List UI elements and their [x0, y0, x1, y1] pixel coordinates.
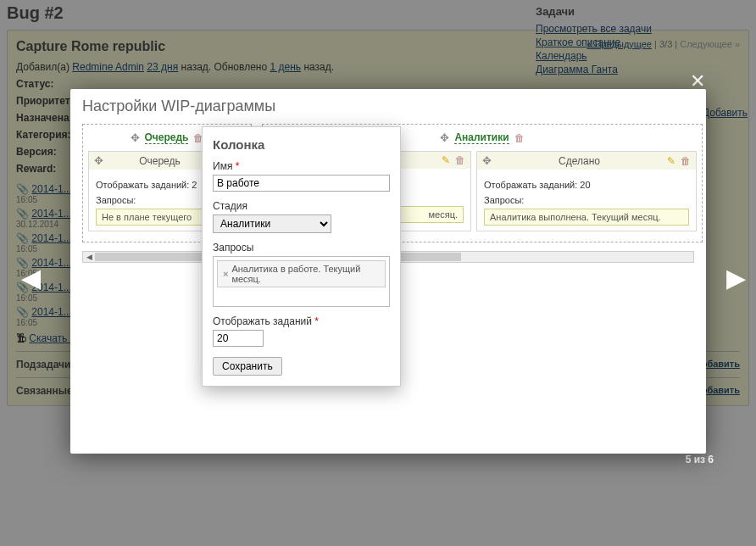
- popover-title: Колонка: [213, 137, 390, 152]
- display-count-label: Отображать заданий: 20: [484, 180, 689, 190]
- name-label: Имя *: [213, 160, 390, 172]
- trash-icon[interactable]: 🗑: [455, 154, 465, 166]
- query-chip[interactable]: Аналитика выполнена. Текущий месяц.: [484, 209, 689, 226]
- display-count-label: Отображать заданий *: [213, 315, 390, 327]
- wip-settings-dialog: Настройки WIP-диаграммы ✥ Очередь 🗑 ✥ Оч…: [70, 89, 706, 454]
- query-chip[interactable]: × Аналитика в работе. Текущий месяц.: [217, 260, 386, 287]
- stage-label: Стадия: [213, 200, 390, 212]
- name-input[interactable]: [213, 175, 390, 192]
- pencil-icon[interactable]: ✎: [442, 154, 450, 166]
- scroll-left-icon[interactable]: ◀: [83, 252, 95, 262]
- move-icon[interactable]: ✥: [131, 131, 140, 144]
- queries-label: Запросы:: [484, 195, 689, 205]
- move-icon[interactable]: ✥: [94, 154, 103, 167]
- trash-icon[interactable]: 🗑: [681, 155, 691, 167]
- stage-select[interactable]: Аналитики: [213, 214, 331, 233]
- remove-icon[interactable]: ×: [223, 269, 228, 279]
- save-button[interactable]: Сохранить: [213, 357, 282, 376]
- column-title: Очередь: [108, 155, 211, 167]
- queries-label: Запросы: [213, 242, 390, 254]
- dialog-title: Настройки WIP-диаграммы: [82, 98, 694, 115]
- move-icon[interactable]: ✥: [482, 154, 492, 167]
- next-arrow-icon[interactable]: ▶: [726, 263, 743, 292]
- trash-icon[interactable]: 🗑: [514, 132, 525, 144]
- lane-name[interactable]: Аналитики: [454, 131, 509, 144]
- queries-box[interactable]: × Аналитика в работе. Текущий месяц.: [213, 256, 390, 307]
- display-count-input[interactable]: [213, 330, 264, 347]
- prev-arrow-icon[interactable]: ◀: [21, 263, 38, 292]
- lane-name[interactable]: Очередь: [145, 131, 189, 144]
- pencil-icon[interactable]: ✎: [667, 155, 675, 167]
- lightbox-counter: 5 из 6: [686, 454, 714, 465]
- column-edit-popover: Колонка Имя * Стадия Аналитики Запросы ×…: [202, 126, 401, 387]
- column-title: Сделано: [497, 155, 662, 167]
- move-icon[interactable]: ✥: [440, 131, 449, 144]
- column: ✥ Сделано ✎ 🗑 Отображать заданий: 20 Зап…: [476, 151, 697, 231]
